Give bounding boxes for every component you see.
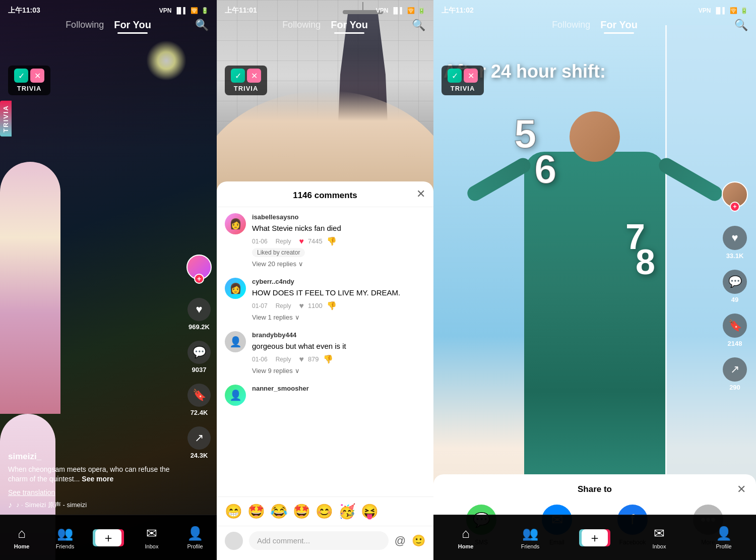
share-button[interactable]: ↗ bbox=[187, 426, 211, 450]
friends-label: Friends bbox=[56, 543, 75, 549]
bookmark-button[interactable]: 🔖 bbox=[187, 384, 211, 407]
nav-profile[interactable]: 👤 Profile bbox=[173, 526, 217, 549]
emoji-laugh[interactable]: 😂 bbox=[270, 503, 288, 520]
share-close-button[interactable]: ✕ bbox=[737, 483, 746, 496]
comments-button[interactable]: 💬 bbox=[187, 341, 211, 364]
comment-reply-2[interactable]: Reply bbox=[276, 302, 291, 309]
likes-group: ♥ 969.2K bbox=[187, 298, 211, 331]
view-replies-2[interactable]: View 1 replies ∨ bbox=[252, 314, 425, 321]
comments-close-button[interactable]: ✕ bbox=[416, 188, 425, 201]
trivia-label-2: TRIVIA bbox=[234, 85, 259, 92]
emoji-wow[interactable]: 🤩 bbox=[293, 503, 310, 520]
s3-follow-button[interactable]: + bbox=[730, 202, 740, 212]
nav-friends[interactable]: 👥 Friends bbox=[43, 526, 87, 549]
nav-home[interactable]: ⌂ Home bbox=[0, 526, 43, 549]
at-icon[interactable]: @ bbox=[395, 534, 406, 547]
s3-nav-add[interactable]: ＋ bbox=[562, 529, 627, 546]
add-button[interactable]: ＋ bbox=[95, 529, 121, 546]
comment-reply-3[interactable]: Reply bbox=[276, 356, 291, 363]
screen3-topbar: 上午11:02 VPN ▐▌▌ 🛜 🔋 Following For You 🔍 bbox=[433, 0, 756, 31]
comment-date-1: 01-06 bbox=[252, 238, 268, 245]
search-icon-2[interactable]: 🔍 bbox=[412, 19, 425, 32]
comment-username-2: cyberr..c4ndy bbox=[252, 278, 425, 285]
see-translation-button[interactable]: See translation bbox=[8, 488, 181, 496]
s3-comments-count: 49 bbox=[731, 296, 738, 303]
comment-item-2: 👩 cyberr..c4ndy HOW DOES IT FEEL TO LIVE… bbox=[225, 278, 425, 321]
s3-add-button[interactable]: ＋ bbox=[582, 529, 608, 546]
s3-nav-profile[interactable]: 👤 Profile bbox=[691, 526, 756, 549]
status-bar: 上午11:03 VPN ▐▌▌ 🛜 🔋 bbox=[8, 6, 209, 15]
number-8: 8 bbox=[636, 242, 655, 282]
comment-actions-1: ♥ 7445 👎 bbox=[299, 236, 336, 246]
s3-add-button-inner: ＋ bbox=[582, 529, 608, 546]
s3-profile-icon: 👤 bbox=[716, 526, 732, 541]
trivia-badge[interactable]: ✓ ✕ TRIVIA bbox=[8, 66, 50, 95]
trivia-badge-3[interactable]: ✓ ✕ TRIVIA bbox=[442, 66, 484, 95]
nav-underline-3 bbox=[604, 32, 634, 34]
nav-add[interactable]: ＋ bbox=[87, 529, 130, 546]
nav-following[interactable]: Following bbox=[66, 20, 104, 30]
emoji-smile[interactable]: 😊 bbox=[316, 503, 333, 520]
comment-item-3: 👤 brandybby444 gorgeous but what even is… bbox=[225, 331, 425, 375]
view-replies-1[interactable]: View 20 replies ∨ bbox=[252, 260, 425, 268]
dislike-icon-3[interactable]: 👎 bbox=[323, 354, 333, 364]
bookmarks-count: 72.4K bbox=[191, 409, 208, 416]
comment-avatar-2: 👩 bbox=[225, 278, 246, 299]
see-more-button[interactable]: See more bbox=[82, 475, 113, 483]
s3-bookmark-button[interactable]: 🔖 bbox=[723, 314, 747, 338]
like-icon-2[interactable]: ♥ bbox=[299, 301, 304, 310]
trivia-icons: ✓ ✕ bbox=[14, 69, 44, 83]
wifi-icon: 🛜 bbox=[191, 7, 198, 14]
chevron-down-icon-1: ∨ bbox=[298, 260, 303, 268]
emoji-starstruck[interactable]: 🤩 bbox=[247, 503, 265, 520]
trivia-icons-3: ✓ ✕ bbox=[448, 69, 478, 83]
nav-following-3[interactable]: Following bbox=[552, 20, 590, 30]
comment-item-4: 👤 nanner_smoosher bbox=[225, 385, 425, 406]
like-icon-1[interactable]: ♥ bbox=[299, 237, 304, 246]
comment-input-field[interactable]: Add comment... bbox=[249, 531, 389, 550]
emoji-grin[interactable]: 😁 bbox=[225, 503, 242, 520]
vpn-label-2: VPN bbox=[376, 7, 389, 14]
follow-button[interactable]: + bbox=[194, 274, 204, 284]
video-description: When cheongsam meets opera, who can refu… bbox=[8, 465, 181, 484]
comment-reply-1[interactable]: Reply bbox=[276, 238, 291, 245]
comment-username-1: isabellesaysno bbox=[252, 213, 425, 221]
s3-share-button[interactable]: ↗ bbox=[723, 357, 747, 382]
view-replies-3[interactable]: View 9 replies ∨ bbox=[252, 367, 425, 375]
profile-icon: 👤 bbox=[187, 526, 203, 541]
trivia-badge-2[interactable]: ✓ ✕ TRIVIA bbox=[225, 66, 267, 95]
nav-bar: Following For You 🔍 bbox=[8, 19, 209, 31]
search-icon-3[interactable]: 🔍 bbox=[734, 19, 748, 32]
emoji-tongue[interactable]: 😝 bbox=[361, 503, 379, 520]
comment-date-3: 01-06 bbox=[252, 356, 268, 363]
emoji-party[interactable]: 🥳 bbox=[338, 503, 356, 520]
nav-following-2[interactable]: Following bbox=[282, 20, 321, 30]
search-icon[interactable]: 🔍 bbox=[195, 19, 209, 32]
comment-text-1: What Stevie nicks fan died bbox=[252, 223, 425, 233]
replies-count-1: View 20 replies bbox=[252, 260, 296, 268]
dislike-icon-2[interactable]: 👎 bbox=[327, 301, 337, 310]
comment-content-2: cyberr..c4ndy HOW DOES IT FEEL TO LIVE M… bbox=[252, 278, 425, 321]
s3-nav-friends[interactable]: 👥 Friends bbox=[498, 526, 562, 549]
comment-meta-3: 01-06 Reply ♥ 879 👎 bbox=[252, 354, 425, 364]
comments-sheet: 1146 comments ✕ 👩 isabellesaysno What St… bbox=[217, 181, 433, 560]
like-button[interactable]: ♥ bbox=[187, 298, 211, 321]
inbox-label: Inbox bbox=[145, 543, 159, 549]
screen1: TRIVIA 上午11:03 VPN ▐▌▌ 🛜 🔋 Following For… bbox=[0, 0, 217, 560]
like-icon-3[interactable]: ♥ bbox=[299, 355, 304, 364]
wifi-icon-3: 🛜 bbox=[730, 7, 737, 14]
bookmarks-group: 🔖 72.4K bbox=[187, 384, 211, 416]
overlay-text: After 24 hour shift: bbox=[444, 60, 746, 82]
s3-nav-home[interactable]: ⌂ Home bbox=[433, 526, 498, 549]
dislike-icon-1[interactable]: 👎 bbox=[327, 236, 337, 246]
emoji-picker-icon[interactable]: 🙂 bbox=[412, 534, 425, 547]
s3-like-button[interactable]: ♥ bbox=[723, 226, 747, 250]
s3-comments-group: 💬 49 bbox=[723, 270, 747, 303]
s3-nav-inbox[interactable]: ✉ Inbox bbox=[627, 526, 691, 549]
wifi-icon-2: 🛜 bbox=[407, 7, 415, 14]
nav-foryou-2[interactable]: For You bbox=[331, 19, 368, 30]
s3-comments-button[interactable]: 💬 bbox=[723, 270, 747, 294]
nav-inbox[interactable]: ✉ Inbox bbox=[130, 526, 173, 549]
nav-foryou[interactable]: For You bbox=[114, 19, 151, 30]
nav-foryou-3[interactable]: For You bbox=[600, 19, 638, 30]
